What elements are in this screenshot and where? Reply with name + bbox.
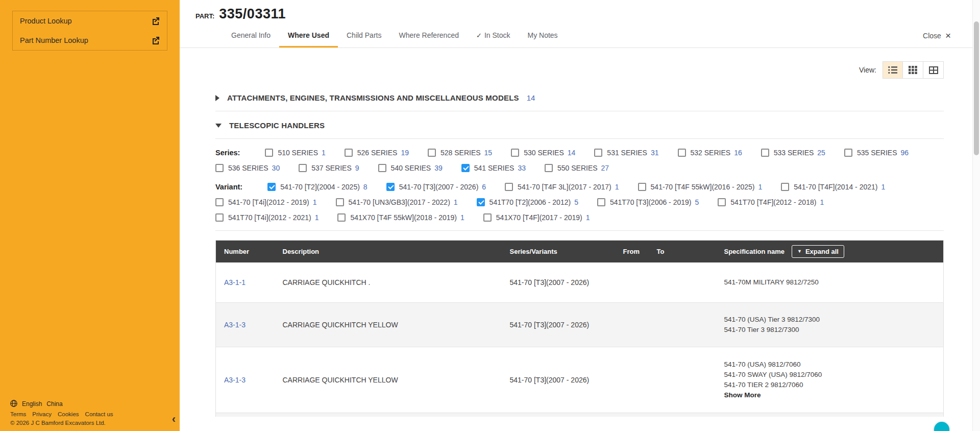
variant-checkbox-541-70-t3-2007-2026[interactable]: 541-70 [T3](2007 - 2026) 6 [386, 183, 486, 191]
checkbox[interactable] [378, 164, 386, 172]
section-telescopic-header[interactable]: TELESCOPIC HANDLERS [215, 111, 944, 139]
checkbox[interactable] [505, 183, 513, 191]
tab-my-notes[interactable]: My Notes [519, 24, 566, 47]
checkbox[interactable] [345, 149, 353, 157]
contact-us-link[interactable]: Contact us [85, 411, 113, 417]
part-number-lookup-link[interactable]: Part Number Lookup [13, 31, 167, 50]
language-selector[interactable]: English [22, 400, 42, 408]
checkbox[interactable] [336, 198, 344, 206]
section-attachments-header[interactable]: ATTACHMENTS, ENGINES, TRANSMISSIONS AND … [215, 84, 944, 111]
filter-count: 31 [651, 149, 659, 157]
checkbox[interactable] [215, 213, 224, 222]
part-number-link[interactable]: A3-1-1 [224, 278, 246, 286]
cookies-link[interactable]: Cookies [58, 411, 79, 417]
checkbox[interactable] [511, 149, 519, 157]
checkbox[interactable] [844, 149, 852, 157]
product-lookup-link[interactable]: Product Lookup [13, 11, 167, 31]
filter-count: 1 [758, 183, 762, 191]
checkbox[interactable] [483, 213, 492, 222]
tab-label: My Notes [527, 31, 557, 39]
checkbox[interactable] [386, 183, 395, 191]
column-header-specification-name: Specification name [724, 248, 785, 255]
footer-links: Terms Privacy Cookies Contact us [10, 411, 169, 417]
series-checkbox-537-series[interactable]: 537 SERIES 9 [299, 164, 359, 172]
series-checkbox-531-series[interactable]: 531 SERIES 31 [594, 149, 658, 157]
privacy-link[interactable]: Privacy [32, 411, 52, 417]
series-checkbox-530-series[interactable]: 530 SERIES 14 [511, 149, 575, 157]
checkbox[interactable] [638, 183, 646, 191]
variant-checkbox-541-70-un3-gb3-2017-2022[interactable]: 541-70 [UN3/GB3](2017 - 2022) 1 [336, 198, 458, 206]
grid-view-button[interactable] [903, 61, 923, 79]
series-checkbox-540-series[interactable]: 540 SERIES 39 [378, 164, 443, 172]
variant-checkbox-541-70-t2-2004-2025[interactable]: 541-70 [T2](2004 - 2025) 8 [267, 183, 367, 191]
tab-general-info[interactable]: General Info [223, 24, 279, 47]
filter-count: 1 [315, 213, 319, 222]
checkbox[interactable] [781, 183, 789, 191]
variant-checkbox-541t70-t2-2006-2012[interactable]: 541T70 [T2](2006 - 2012) 5 [477, 198, 578, 206]
filter-label: 541X70 [T4F 55kW](2018 - 2019) [350, 213, 457, 222]
filter-count: 30 [272, 164, 280, 172]
checkbox[interactable] [545, 164, 553, 172]
series-checkbox-510-series[interactable]: 510 SERIES 1 [265, 149, 325, 157]
checkbox[interactable] [265, 149, 273, 157]
series-checkbox-536-series[interactable]: 536 SERIES 30 [215, 164, 280, 172]
column-header-from: From [615, 241, 649, 263]
tab-where-used[interactable]: Where Used [279, 24, 338, 47]
series-checkbox-532-series[interactable]: 532 SERIES 16 [678, 149, 742, 157]
scrollbar-thumb[interactable] [974, 21, 979, 155]
tab-in-stock[interactable]: ✓In Stock [468, 24, 519, 47]
variant-checkbox-541t70-t4f-2012-2018[interactable]: 541T70 [T4F](2012 - 2018) 1 [718, 198, 824, 206]
variant-checkbox-541-70-t4f-2014-2021[interactable]: 541-70 [T4F](2014 - 2021) 1 [781, 183, 885, 191]
checkbox[interactable] [299, 164, 307, 172]
checkbox[interactable] [267, 183, 276, 191]
filter-count: 1 [820, 198, 824, 206]
filter-count: 39 [434, 164, 443, 172]
series-checkbox-526-series[interactable]: 526 SERIES 19 [345, 149, 409, 157]
variant-checkbox-541x70-t4f-2017-2019[interactable]: 541X70 [T4F](2017 - 2019) 1 [483, 213, 590, 222]
checkbox[interactable] [594, 149, 602, 157]
filter-label: 526 SERIES [357, 149, 398, 157]
series-checkbox-550-series[interactable]: 550 SERIES 27 [545, 164, 609, 172]
checkbox[interactable] [337, 213, 346, 222]
specification-cell: 541-70 (USA) Tier 3 9812/7300541-70 Tier… [716, 303, 944, 347]
show-more-link[interactable]: Show More [724, 390, 936, 400]
grid-view-icon [909, 66, 917, 74]
checkbox[interactable] [477, 198, 485, 206]
divider [215, 230, 944, 231]
next-table-row-partial [215, 413, 944, 417]
series-checkbox-535-series[interactable]: 535 SERIES 96 [844, 149, 909, 157]
compact-grid-view-button[interactable] [923, 61, 944, 79]
checkbox[interactable] [215, 198, 224, 206]
series-checkbox-528-series[interactable]: 528 SERIES 15 [428, 149, 492, 157]
tab-where-referenced[interactable]: Where Referenced [390, 24, 468, 47]
checkbox[interactable] [597, 198, 605, 206]
close-button[interactable]: Close × [923, 32, 951, 40]
variant-checkbox-541t70-t3-2006-2019[interactable]: 541T70 [T3](2006 - 2019) 5 [597, 198, 699, 206]
terms-link[interactable]: Terms [10, 411, 26, 417]
checkbox[interactable] [428, 149, 436, 157]
checkbox[interactable] [678, 149, 686, 157]
series-checkbox-541-series[interactable]: 541 SERIES 33 [461, 164, 526, 172]
part-number-lookup-label: Part Number Lookup [20, 36, 88, 44]
external-link-icon [152, 17, 160, 25]
vertical-scrollbar[interactable] [972, 0, 980, 431]
tab-child-parts[interactable]: Child Parts [338, 24, 390, 47]
variant-checkbox-541-70-t4f-55kw-2016-2025[interactable]: 541-70 [T4F 55kW](2016 - 2025) 1 [638, 183, 763, 191]
checkbox[interactable] [215, 164, 224, 172]
country-selector[interactable]: China [46, 400, 62, 408]
part-number-link[interactable]: A3-1-3 [224, 321, 246, 329]
list-view-button[interactable] [883, 61, 903, 79]
filter-label: 541X70 [T4F](2017 - 2019) [496, 213, 582, 222]
variant-checkbox-541x70-t4f-55kw-2018-2019[interactable]: 541X70 [T4F 55kW](2018 - 2019) 1 [337, 213, 464, 222]
variant-checkbox-541t70-t4i-2012-2021[interactable]: 541T70 [T4i](2012 - 2021) 1 [215, 213, 318, 222]
filter-count: 25 [817, 149, 825, 157]
expand-all-button[interactable]: ▼ Expand all [792, 245, 844, 258]
checkbox[interactable] [761, 149, 769, 157]
variant-checkbox-541-70-t4i-2012-2019[interactable]: 541-70 [T4i](2012 - 2019) 1 [215, 198, 317, 206]
series-checkbox-533-series[interactable]: 533 SERIES 25 [761, 149, 825, 157]
checkbox[interactable] [461, 164, 470, 172]
sidebar-collapse-chevron-icon[interactable]: ‹ [172, 415, 176, 424]
checkbox[interactable] [718, 198, 726, 206]
part-number-link[interactable]: A3-1-3 [224, 376, 246, 384]
variant-checkbox-541-70-t4f-3l-2017-2017[interactable]: 541-70 [T4F 3L](2017 - 2017) 1 [505, 183, 619, 191]
